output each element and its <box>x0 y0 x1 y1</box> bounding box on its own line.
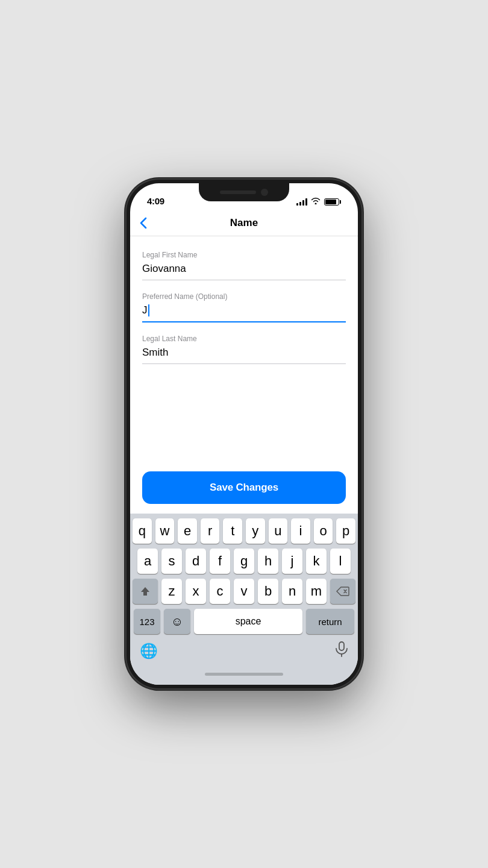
legal-first-name-input[interactable]: Giovanna <box>142 263 346 280</box>
back-button[interactable] <box>135 212 152 234</box>
text-cursor <box>148 304 149 316</box>
key-i[interactable]: i <box>291 518 310 544</box>
space-key[interactable]: space <box>194 609 302 634</box>
speaker <box>220 190 256 194</box>
front-camera <box>261 189 268 196</box>
shift-key[interactable] <box>133 579 158 604</box>
numbers-key[interactable]: 123 <box>134 609 160 634</box>
microphone-key[interactable] <box>335 641 348 661</box>
preferred-name-value: J <box>142 304 148 316</box>
page-title: Name <box>230 217 258 229</box>
key-o[interactable]: o <box>314 518 333 544</box>
key-d[interactable]: d <box>186 549 206 574</box>
home-bar <box>205 673 283 676</box>
key-x[interactable]: x <box>186 579 206 604</box>
preferred-name-label: Preferred Name (Optional) <box>142 292 346 301</box>
return-key[interactable]: return <box>306 609 354 634</box>
screen: 4:09 <box>130 183 358 685</box>
key-t[interactable]: t <box>223 518 242 544</box>
key-e[interactable]: e <box>178 518 197 544</box>
nav-bar: Name <box>130 210 358 236</box>
key-c[interactable]: c <box>210 579 230 604</box>
save-button-container: Save Changes <box>130 464 358 514</box>
key-f[interactable]: f <box>210 549 230 574</box>
wifi-icon <box>311 197 321 206</box>
key-k[interactable]: k <box>306 549 327 574</box>
keyboard-row-2: a s d f g h j k l <box>133 549 355 574</box>
key-g[interactable]: g <box>234 549 254 574</box>
delete-key[interactable] <box>330 579 355 604</box>
legal-last-name-group: Legal Last Name Smith <box>142 335 346 364</box>
svg-rect-0 <box>339 642 344 650</box>
keyboard-row-1: q w e r t y u i o p <box>133 518 355 544</box>
preferred-name-input[interactable]: J <box>142 304 346 322</box>
save-changes-button[interactable]: Save Changes <box>142 471 346 504</box>
key-w[interactable]: w <box>155 518 175 544</box>
legal-first-name-label: Legal First Name <box>142 251 346 259</box>
battery-icon <box>324 198 341 206</box>
home-indicator <box>133 665 355 682</box>
key-n[interactable]: n <box>282 579 302 604</box>
key-u[interactable]: u <box>269 518 288 544</box>
status-time: 4:09 <box>147 196 164 206</box>
key-q[interactable]: q <box>133 518 152 544</box>
globe-key[interactable]: 🌐 <box>140 643 158 659</box>
preferred-name-group: Preferred Name (Optional) J <box>142 292 346 322</box>
key-m[interactable]: m <box>306 579 327 604</box>
legal-last-name-input[interactable]: Smith <box>142 347 346 364</box>
key-z[interactable]: z <box>161 579 182 604</box>
legal-last-name-label: Legal Last Name <box>142 335 346 343</box>
key-y[interactable]: y <box>246 518 265 544</box>
key-j[interactable]: j <box>282 549 302 574</box>
form-content: Legal First Name Giovanna Preferred Name… <box>130 236 358 464</box>
key-a[interactable]: a <box>137 549 158 574</box>
keyboard-row-4: 123 ☺ space return <box>133 609 355 634</box>
key-v[interactable]: v <box>234 579 254 604</box>
key-l[interactable]: l <box>330 549 351 574</box>
key-s[interactable]: s <box>161 549 182 574</box>
signal-icon <box>296 198 307 206</box>
keyboard[interactable]: q w e r t y u i o p a s d f g h j k <box>130 514 358 685</box>
key-h[interactable]: h <box>258 549 278 574</box>
notch <box>199 183 289 201</box>
key-b[interactable]: b <box>258 579 278 604</box>
key-r[interactable]: r <box>201 518 220 544</box>
keyboard-bottom: 🌐 <box>133 639 355 665</box>
status-icons <box>296 197 341 206</box>
legal-first-name-group: Legal First Name Giovanna <box>142 251 346 280</box>
key-p[interactable]: p <box>336 518 355 544</box>
phone-shell: 4:09 <box>127 180 361 688</box>
keyboard-row-3: z x c v b n m <box>133 579 355 604</box>
emoji-key[interactable]: ☺ <box>164 609 190 634</box>
